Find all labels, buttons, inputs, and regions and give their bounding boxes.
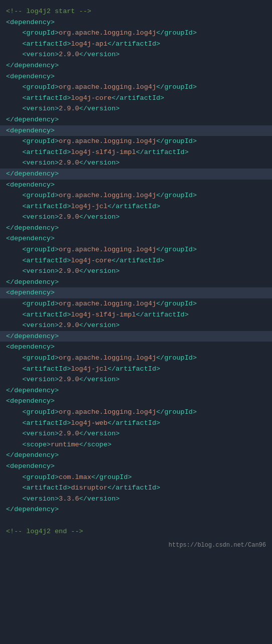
code-line: <artifactId>log4j-web</artifactId> bbox=[0, 418, 272, 429]
code-line: <version>3.3.6</version> bbox=[0, 494, 272, 505]
code-line: <version>2.9.0</version> bbox=[0, 266, 272, 277]
code-line: </dependency> bbox=[0, 223, 272, 234]
code-line: </dependency> bbox=[0, 114, 272, 125]
code-line: <dependency> bbox=[0, 233, 272, 244]
code-line: <groupId>org.apache.logging.log4j</group… bbox=[0, 353, 272, 364]
code-line: <dependency> bbox=[0, 461, 272, 472]
code-line: <groupId>org.apache.logging.log4j</group… bbox=[0, 190, 272, 201]
code-line: <groupId>org.apache.logging.log4j</group… bbox=[0, 82, 272, 93]
code-line: <dependency> bbox=[0, 396, 272, 407]
code-line: <artifactId>log4j-jcl</artifactId> bbox=[0, 201, 272, 212]
code-line: <groupId>org.apache.logging.log4j</group… bbox=[0, 136, 272, 147]
code-line: <dependency> bbox=[0, 180, 272, 191]
code-line: <version>2.9.0</version> bbox=[0, 428, 272, 439]
code-line: <dependency> bbox=[0, 342, 272, 353]
code-line: <artifactId>log4j-core</artifactId> bbox=[0, 93, 272, 104]
code-line: <version>2.9.0</version> bbox=[0, 49, 272, 60]
code-line: <groupId>com.lmax</groupId> bbox=[0, 472, 272, 483]
code-line: <!-- log4j2 start --> bbox=[0, 6, 272, 17]
code-line: <artifactId>disruptor</artifactId> bbox=[0, 482, 272, 494]
code-line: </dependency> bbox=[0, 331, 272, 342]
code-line: </dependency> bbox=[0, 504, 272, 515]
code-line bbox=[0, 515, 272, 526]
code-line: <dependency> bbox=[0, 71, 272, 82]
code-line: </dependency> bbox=[0, 385, 272, 396]
code-line: <groupId>org.apache.logging.log4j</group… bbox=[0, 244, 272, 255]
code-line: <groupId>org.apache.logging.log4j</group… bbox=[0, 407, 272, 418]
code-line: <!-- log4j2 end --> bbox=[0, 526, 272, 537]
footer-url: https://blog.csdn.net/Can96 bbox=[0, 539, 272, 552]
code-line: <dependency> bbox=[0, 125, 272, 136]
code-line: <artifactId>log4j-api</artifactId> bbox=[0, 39, 272, 50]
code-line: </dependency> bbox=[0, 450, 272, 461]
code-editor: <!-- log4j2 start --><dependency> <group… bbox=[0, 4, 272, 539]
code-line: <version>2.9.0</version> bbox=[0, 157, 272, 169]
code-line: <dependency> bbox=[0, 17, 272, 28]
code-line: <groupId>org.apache.logging.log4j</group… bbox=[0, 298, 272, 309]
code-line: <artifactId>log4j-jcl</artifactId> bbox=[0, 364, 272, 375]
code-line: </dependency> bbox=[0, 60, 272, 71]
code-line: </dependency> bbox=[0, 169, 272, 180]
code-line: <artifactId>log4j-slf4j-impl</artifactId… bbox=[0, 309, 272, 320]
code-line: <artifactId>log4j-slf4j-impl</artifactId… bbox=[0, 147, 272, 158]
code-line: <dependency> bbox=[0, 287, 272, 298]
code-line: <groupId>org.apache.logging.log4j</group… bbox=[0, 28, 272, 39]
code-line: <version>2.9.0</version> bbox=[0, 103, 272, 114]
code-line: </dependency> bbox=[0, 277, 272, 288]
code-line: <version>2.9.0</version> bbox=[0, 212, 272, 223]
code-line: <version>2.9.0</version> bbox=[0, 374, 272, 385]
code-line: <version>2.9.0</version> bbox=[0, 320, 272, 331]
code-line: <artifactId>log4j-core</artifactId> bbox=[0, 255, 272, 266]
code-line: <scope>runtime</scope> bbox=[0, 439, 272, 450]
